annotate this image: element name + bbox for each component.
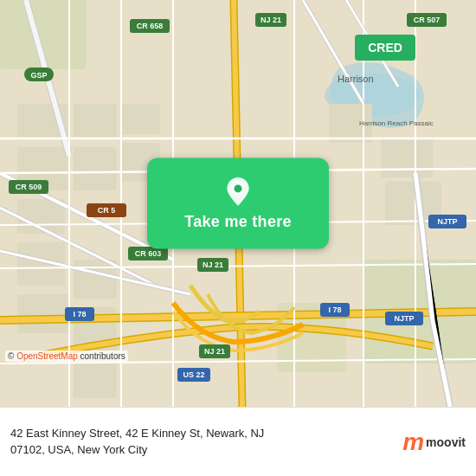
address-line1: 42 East Kinney Street, 42 E Kinney St, N… <box>10 427 264 440</box>
moovit-m-letter: m <box>402 428 424 456</box>
svg-rect-12 <box>121 104 160 134</box>
cr658-label: CR 658 <box>137 22 164 30</box>
us22-label: US 22 <box>183 370 204 379</box>
svg-rect-9 <box>17 294 69 333</box>
attribution-prefix: © <box>8 351 16 361</box>
take-me-there-button[interactable]: Take me there <box>147 158 329 249</box>
take-me-there-overlay: Take me there <box>147 158 329 249</box>
svg-rect-10 <box>74 104 117 138</box>
moovit-logo: m moovit <box>402 428 466 456</box>
njtp-bot-label: NJTP <box>394 314 414 323</box>
attribution-link[interactable]: OpenStreetMap <box>16 351 78 361</box>
i78-right-label: I 78 <box>328 306 341 314</box>
svg-point-64 <box>235 184 242 192</box>
cred-label: CRED <box>368 41 402 55</box>
take-me-there-label: Take me there <box>184 213 292 231</box>
gsp-label: GSP <box>30 71 47 80</box>
location-pin-icon <box>222 177 254 208</box>
harrison-reach-label: Harrison Reach Passaic <box>359 119 434 127</box>
address-text: 42 East Kinney Street, 42 E Kinney St, N… <box>10 426 394 457</box>
svg-rect-17 <box>74 260 117 299</box>
nj21-top-label: NJ 21 <box>261 16 281 24</box>
cr603-label: CR 603 <box>135 249 162 258</box>
osm-attribution: © OpenStreetMap contributors <box>5 351 128 362</box>
attribution-suffix: contributors <box>78 351 125 361</box>
cr509-left-label: CR 509 <box>16 183 42 191</box>
moovit-text: moovit <box>426 435 466 449</box>
njtp-top-label: NJTP <box>437 217 457 226</box>
map-container: CR 658 NJ 21 CR 507 GSP CR 509 CR 5 CR 6… <box>0 0 476 407</box>
nj21-bot-label: NJ 21 <box>204 347 225 356</box>
svg-rect-11 <box>74 147 117 190</box>
address-line2: 07102, USA, New York City <box>10 443 147 456</box>
cr507-label: CR 507 <box>414 16 441 24</box>
cr509-right-label: CR 5 <box>98 206 116 215</box>
svg-rect-15 <box>381 138 433 177</box>
nj21-mid-label: NJ 21 <box>203 261 223 269</box>
harrison-label: Harrison <box>338 74 374 84</box>
i78-left-label: I 78 <box>73 310 86 318</box>
bottom-bar: 42 East Kinney Street, 42 E Kinney St, N… <box>0 407 476 476</box>
